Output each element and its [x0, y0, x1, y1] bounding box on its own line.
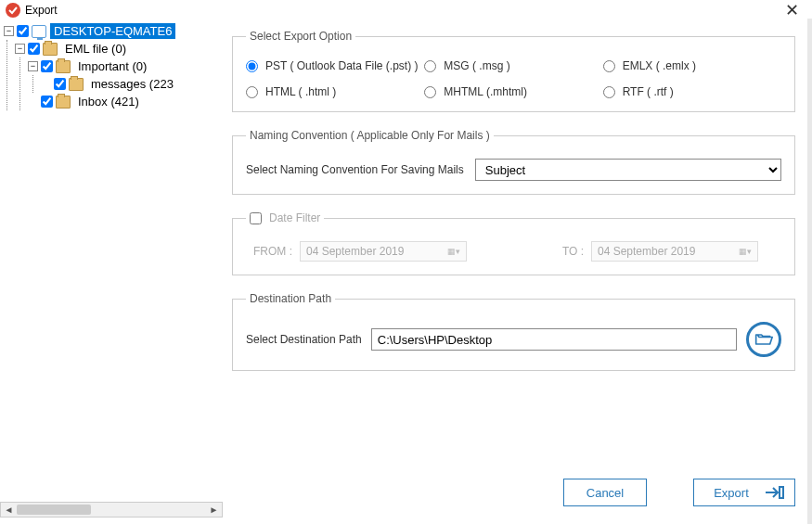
date-to-field: 04 September 2019 ▦▾ [591, 241, 758, 262]
folder-icon [43, 43, 58, 56]
browse-button[interactable] [746, 322, 781, 357]
scroll-track[interactable] [17, 503, 206, 517]
cancel-label: Cancel [586, 486, 624, 500]
date-from-field: 04 September 2019 ▦▾ [300, 241, 467, 262]
radio-msg-input[interactable] [424, 60, 436, 72]
folder-icon [69, 78, 84, 91]
tree-checkbox[interactable] [28, 43, 40, 55]
radio-html-input[interactable] [246, 86, 258, 98]
radio-mhtml-label: MHTML (.mhtml) [444, 85, 527, 98]
naming-legend: Naming Convention ( Applicable Only For … [246, 129, 494, 142]
cancel-button[interactable]: Cancel [563, 479, 647, 506]
destination-group: Destination Path Select Destination Path [232, 292, 795, 371]
destination-input[interactable] [371, 328, 737, 351]
folder-icon [56, 96, 71, 109]
tree-root-label[interactable]: DESKTOP-EQMATE6 [50, 23, 175, 39]
radio-emlx-input[interactable] [603, 60, 615, 72]
radio-emlx-label: EMLX ( .emlx ) [623, 59, 696, 72]
date-filter-legend: Date Filter [246, 211, 324, 224]
export-arrow-icon [766, 485, 784, 500]
tree-checkbox[interactable] [41, 60, 53, 72]
radio-mhtml-input[interactable] [424, 86, 436, 98]
radio-rtf-input[interactable] [603, 86, 615, 98]
radio-rtf[interactable]: RTF ( .rtf ) [603, 85, 781, 98]
radio-html[interactable]: HTML ( .html ) [246, 85, 424, 98]
tree-item-important[interactable]: Important (0) [74, 58, 150, 74]
radio-rtf-label: RTF ( .rtf ) [623, 85, 674, 98]
folder-icon [56, 60, 71, 73]
horizontal-scrollbar[interactable]: ◄ ► [0, 502, 223, 518]
options-panel: Select Export Option PST ( Outlook Data … [223, 20, 812, 518]
tree-collapse-icon[interactable]: − [28, 61, 38, 71]
date-from-label: FROM : [246, 245, 292, 258]
calendar-dropdown-icon: ▦▾ [739, 247, 752, 256]
date-from-value: 04 September 2019 [306, 245, 404, 258]
export-option-legend: Select Export Option [246, 30, 355, 43]
scroll-right-icon[interactable]: ► [206, 503, 222, 517]
calendar-dropdown-icon: ▦▾ [447, 247, 460, 256]
radio-pst-label: PST ( Outlook Data File (.pst) ) [265, 59, 419, 72]
scroll-left-icon[interactable]: ◄ [1, 503, 17, 517]
radio-msg[interactable]: MSG ( .msg ) [424, 59, 602, 72]
naming-label: Select Naming Convention For Saving Mail… [246, 163, 464, 176]
app-icon [6, 3, 20, 18]
radio-emlx[interactable]: EMLX ( .emlx ) [603, 59, 781, 72]
scroll-thumb[interactable] [17, 505, 91, 515]
tree-item-messages[interactable]: messages (223 [87, 76, 177, 92]
date-filter-legend-text: Date Filter [269, 211, 320, 224]
folder-tree: − DESKTOP-EQMATE6 − EML file (0) − Impor… [0, 20, 223, 518]
date-to-label: TO : [537, 245, 584, 258]
tree-checkbox-root[interactable] [17, 25, 29, 37]
computer-icon [32, 25, 46, 38]
export-label: Export [714, 486, 749, 500]
radio-pst[interactable]: PST ( Outlook Data File (.pst) ) [246, 59, 424, 72]
date-filter-checkbox[interactable] [250, 212, 262, 224]
destination-label: Select Destination Path [246, 333, 362, 346]
radio-html-label: HTML ( .html ) [265, 85, 336, 98]
radio-msg-label: MSG ( .msg ) [444, 59, 509, 72]
close-button[interactable]: ✕ [778, 0, 806, 20]
vertical-scrollbar[interactable] [807, 19, 812, 524]
date-filter-group: Date Filter FROM : 04 September 2019 ▦▾ … [232, 211, 795, 275]
tree-item-inbox[interactable]: Inbox (421) [74, 94, 143, 109]
destination-legend: Destination Path [246, 292, 335, 305]
tree-checkbox[interactable] [41, 96, 53, 108]
tree-collapse-icon[interactable]: − [15, 44, 25, 54]
export-option-group: Select Export Option PST ( Outlook Data … [232, 30, 795, 112]
radio-pst-input[interactable] [246, 60, 258, 72]
tree-checkbox[interactable] [54, 78, 66, 90]
title-bar: Export ✕ [0, 0, 812, 20]
date-to-value: 04 September 2019 [598, 245, 695, 258]
naming-convention-group: Naming Convention ( Applicable Only For … [232, 129, 795, 195]
tree-collapse-icon[interactable]: − [4, 26, 14, 36]
radio-mhtml[interactable]: MHTML (.mhtml) [424, 85, 602, 98]
window-title: Export [25, 4, 58, 17]
folder-open-icon [754, 331, 773, 348]
naming-select[interactable]: Subject [475, 159, 781, 181]
tree-item-eml[interactable]: EML file (0) [61, 41, 130, 57]
export-button[interactable]: Export [693, 479, 795, 506]
